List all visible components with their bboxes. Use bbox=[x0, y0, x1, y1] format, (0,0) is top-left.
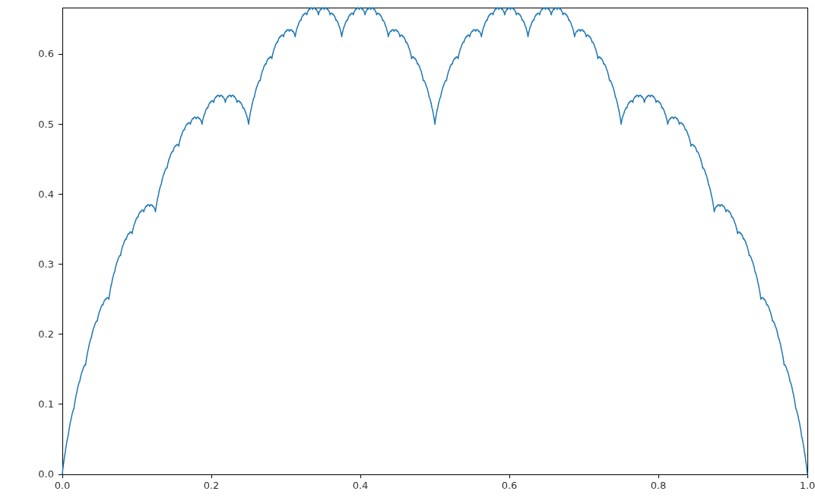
line-chart: 0.00.20.40.60.81.0 0.00.10.20.30.40.50.6 bbox=[0, 0, 815, 504]
y-tick-label: 0.0 bbox=[38, 468, 54, 480]
x-axis-ticks: 0.00.20.40.60.81.0 bbox=[55, 474, 815, 491]
chart-container: 0.00.20.40.60.81.0 0.00.10.20.30.40.50.6 bbox=[0, 0, 815, 504]
x-tick-label: 1.0 bbox=[800, 480, 815, 491]
y-tick-label: 0.6 bbox=[38, 48, 54, 59]
y-axis-ticks: 0.00.10.20.30.40.50.6 bbox=[38, 48, 62, 480]
x-tick-label: 0.4 bbox=[353, 480, 369, 491]
y-tick-label: 0.1 bbox=[38, 398, 54, 410]
x-tick-label: 0.8 bbox=[651, 480, 667, 491]
y-tick-label: 0.3 bbox=[38, 258, 54, 270]
x-tick-label: 0.6 bbox=[502, 480, 518, 491]
plot-frame bbox=[62, 8, 807, 474]
y-tick-label: 0.5 bbox=[38, 119, 54, 130]
series-line bbox=[62, 8, 807, 474]
y-tick-label: 0.4 bbox=[38, 189, 54, 200]
y-tick-label: 0.2 bbox=[38, 328, 54, 340]
x-tick-label: 0.2 bbox=[204, 480, 220, 491]
x-tick-label: 0.0 bbox=[55, 480, 71, 491]
